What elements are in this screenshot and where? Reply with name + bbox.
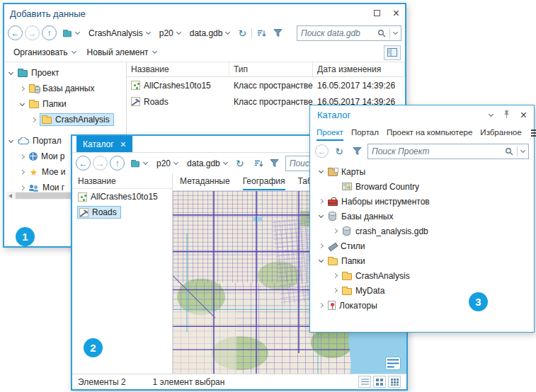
tab-metadata[interactable]: Метаданные: [180, 173, 230, 190]
collapsed-arrow-icon[interactable]: [19, 86, 24, 91]
search-dropdown-icon[interactable]: [520, 147, 525, 152]
back-button[interactable]: ←: [76, 156, 91, 171]
forward-button[interactable]: →: [25, 25, 40, 40]
thumbnail-view-button[interactable]: [388, 376, 401, 388]
breadcrumb-label: CrashAnalysis: [89, 28, 143, 38]
filter-button[interactable]: [270, 26, 285, 40]
tree-item-label: Портал: [33, 136, 62, 146]
selected-item[interactable]: CrashAnalysis: [40, 114, 113, 125]
pane-layout-toggle-button[interactable]: [384, 45, 401, 60]
column-header-name[interactable]: Название: [127, 62, 229, 76]
collapsed-arrow-icon[interactable]: [30, 117, 35, 122]
close-pane-button[interactable]: ×: [520, 110, 527, 121]
search-divider: [517, 146, 518, 156]
point-feature-class-icon: [78, 192, 87, 202]
location-dropdown[interactable]: [127, 157, 151, 170]
tree-item-crashanalysis[interactable]: CrashAnalysis: [310, 268, 534, 283]
breadcrumb-crashanalysis[interactable]: CrashAnalysis: [85, 26, 154, 40]
search-box: [297, 25, 401, 41]
collapsed-arrow-icon[interactable]: [318, 243, 323, 248]
menu-button[interactable]: [530, 128, 536, 138]
tree-item-crash-analysis-gdb[interactable]: crash_analysis.gdb: [310, 224, 534, 238]
tab-geography[interactable]: География: [243, 173, 285, 190]
catalog-pane-titlebar[interactable]: Каталог ×: [310, 105, 534, 125]
tree-item-toolboxes[interactable]: Наборы инструментов: [310, 194, 534, 209]
breadcrumb-p20[interactable]: p20: [156, 26, 184, 40]
map-note-button[interactable]: [385, 357, 401, 370]
location-dropdown[interactable]: [59, 27, 83, 40]
up-one-level-button[interactable]: ↑: [42, 25, 57, 40]
refresh-button[interactable]: ↻: [332, 144, 346, 158]
breadcrumb-p20[interactable]: p20: [153, 156, 181, 171]
refresh-button[interactable]: ↻: [235, 26, 249, 40]
search-input[interactable]: [372, 146, 501, 156]
search-input[interactable]: [301, 28, 374, 38]
close-button[interactable]: ×: [393, 8, 399, 19]
organize-button[interactable]: Организовать: [8, 45, 81, 60]
up-one-level-button[interactable]: ↑: [110, 156, 125, 171]
refresh-button[interactable]: ↻: [233, 156, 247, 171]
expanded-arrow-icon[interactable]: [19, 100, 24, 105]
list-view-button[interactable]: [358, 376, 371, 388]
selected-item[interactable]: Roads: [78, 207, 120, 218]
collapsed-arrow-icon[interactable]: [332, 288, 337, 293]
collapsed-arrow-icon[interactable]: [332, 273, 337, 278]
maximize-button[interactable]: [374, 8, 380, 18]
location-icon: [131, 161, 139, 167]
filter-button[interactable]: [268, 156, 282, 171]
tree-item-locators[interactable]: Локаторы: [310, 298, 534, 313]
tree-item-databases[interactable]: Базы данных: [4, 81, 126, 96]
search-divider: [389, 28, 390, 38]
tree-item-crashanalysis[interactable]: CrashAnalysis: [4, 112, 126, 127]
tree-item-folders[interactable]: Папки: [310, 253, 534, 268]
list-item[interactable]: Roads: [72, 204, 172, 220]
column-header-date[interactable]: Дата изменения: [313, 62, 405, 76]
collapsed-arrow-icon[interactable]: [332, 229, 337, 234]
tab-project[interactable]: Проект: [317, 125, 343, 141]
collapsed-arrow-icon[interactable]: [19, 185, 24, 190]
pane-menu-chevron-icon[interactable]: [489, 111, 494, 116]
add-data-titlebar[interactable]: Добавить данные ×: [4, 4, 405, 23]
expanded-arrow-icon[interactable]: [318, 213, 323, 218]
filter-button[interactable]: [350, 144, 364, 158]
collapsed-arrow-icon[interactable]: [318, 199, 323, 204]
scrollbar-thumb[interactable]: [16, 192, 72, 199]
expanded-arrow-icon[interactable]: [318, 168, 323, 173]
expanded-arrow-icon[interactable]: [318, 258, 323, 263]
back-arrow-icon: ←: [318, 147, 326, 156]
tree-item-project[interactable]: Проект: [4, 65, 126, 81]
tree-item-broward-country[interactable]: Broward Country: [310, 179, 534, 194]
back-button[interactable]: ←: [315, 144, 329, 158]
collapsed-arrow-icon[interactable]: [19, 154, 24, 158]
close-tab-icon[interactable]: ×: [120, 139, 126, 149]
forward-button[interactable]: →: [93, 156, 108, 171]
sort-button[interactable]: [251, 156, 266, 171]
tab-computer[interactable]: Проект на компьютере: [387, 125, 472, 141]
expanded-arrow-icon[interactable]: [8, 69, 13, 74]
tab-catalog[interactable]: Каталог ×: [76, 136, 132, 152]
breadcrumb-datagdb[interactable]: data.gdb: [186, 26, 234, 40]
pin-button[interactable]: [503, 110, 511, 121]
tree-item-folders[interactable]: Папки: [4, 96, 126, 112]
tree-item-mydata[interactable]: MyData: [310, 283, 534, 298]
star-icon: ★: [29, 168, 38, 177]
grid-view-button[interactable]: [373, 376, 386, 388]
back-button[interactable]: ←: [8, 25, 23, 40]
collapsed-arrow-icon[interactable]: [19, 169, 24, 174]
list-item[interactable]: AllCrashes10to15: [72, 189, 172, 204]
tree-item-maps[interactable]: Карты: [310, 164, 534, 179]
search-dropdown-icon[interactable]: [393, 29, 398, 34]
column-header-name[interactable]: Название: [72, 173, 172, 189]
expanded-arrow-icon[interactable]: [8, 137, 13, 142]
collapsed-arrow-icon[interactable]: [318, 303, 323, 308]
table-row[interactable]: AllCrashes10to15 Класс пространственны: …: [127, 77, 405, 93]
new-item-button[interactable]: Новый элемент: [82, 45, 161, 60]
column-header-type[interactable]: Тип: [229, 62, 313, 76]
breadcrumb-datagdb[interactable]: data.gdb: [183, 156, 231, 171]
sort-button[interactable]: [254, 26, 268, 40]
tree-item-databases[interactable]: Базы данных: [310, 209, 534, 224]
tab-portal[interactable]: Портал: [351, 125, 379, 141]
scroll-left-icon[interactable]: [8, 194, 12, 198]
tab-favorites[interactable]: Избранное: [480, 125, 521, 141]
tree-item-styles[interactable]: Стили: [310, 238, 534, 253]
